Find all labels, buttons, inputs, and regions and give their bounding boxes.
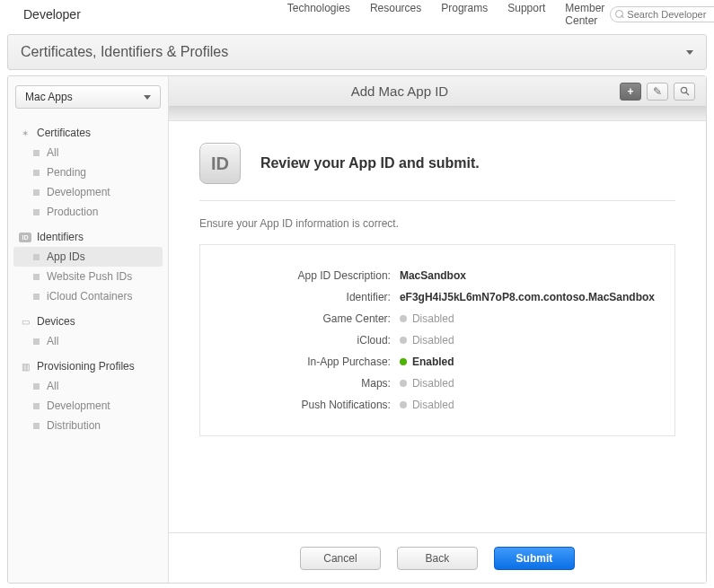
- bullet-icon: [33, 274, 40, 280]
- search-input[interactable]: [610, 6, 714, 22]
- sidebar-item-label: Development: [47, 186, 110, 198]
- bullet-icon: [33, 423, 40, 429]
- bullet-icon: [33, 338, 40, 345]
- sidebar-heading-label: Identifiers: [37, 231, 84, 243]
- sidebar-item-label: All: [47, 146, 58, 159]
- sidebar-item-label: All: [47, 380, 58, 392]
- sidebar-item-app-ids[interactable]: App IDs: [13, 247, 163, 267]
- sidebar-heading-label: Certificates: [37, 127, 91, 139]
- sidebar-section-devices: ▭ Devices All: [13, 312, 163, 351]
- review-heading-row: ID Review your App ID and submit.: [199, 143, 675, 184]
- sidebar-heading-identifiers[interactable]: ID Identifiers: [13, 227, 163, 247]
- sidebar-item-label: Website Push IDs: [47, 270, 132, 283]
- sidebar-item-cert-production[interactable]: Production: [13, 202, 163, 222]
- breadcrumb-bar: Certificates, Identifiers & Profiles: [7, 34, 707, 70]
- sidebar-item-cert-development[interactable]: Development: [13, 182, 163, 202]
- sidebar-item-profiles-distribution[interactable]: Distribution: [13, 416, 163, 435]
- bullet-icon: [33, 209, 40, 215]
- sidebar-item-cert-all[interactable]: All: [13, 143, 163, 162]
- certificate-icon: ✶: [19, 127, 31, 139]
- sidebar-item-profiles-development[interactable]: Development: [13, 396, 163, 416]
- platform-select[interactable]: Mac Apps: [15, 85, 161, 109]
- sidebar-item-label: All: [47, 335, 58, 347]
- info-label: iCloud:: [220, 334, 400, 347]
- id-icon: ID: [19, 233, 31, 242]
- nav-support[interactable]: Support: [507, 2, 545, 27]
- status-text: Disabled: [412, 377, 454, 390]
- info-value-push: Disabled: [400, 399, 454, 411]
- sidebar-section-profiles: ▥ Provisioning Profiles All Development …: [13, 356, 163, 435]
- sidebar-item-label: Production: [47, 206, 98, 218]
- status-text: Disabled: [412, 334, 454, 347]
- info-row-push: Push Notifications: Disabled: [220, 394, 655, 416]
- nav-technologies[interactable]: Technologies: [287, 2, 350, 27]
- id-badge-icon: ID: [199, 143, 241, 184]
- sidebar-heading-devices[interactable]: ▭ Devices: [13, 312, 163, 331]
- svg-line-1: [686, 92, 689, 95]
- bullet-icon: [33, 170, 40, 176]
- header-buttons: + ✎: [620, 83, 695, 101]
- nav-member-center[interactable]: Member Center: [565, 2, 604, 27]
- content-header-title: Add Mac App ID: [180, 83, 620, 99]
- sidebar-item-website-push-ids[interactable]: Website Push IDs: [13, 267, 163, 286]
- sidebar-item-label: Development: [47, 399, 110, 412]
- edit-button[interactable]: ✎: [647, 83, 668, 101]
- info-value-iap: Enabled: [400, 355, 454, 368]
- status-dot-icon: [400, 337, 407, 344]
- svg-point-0: [681, 87, 686, 92]
- nav-resources[interactable]: Resources: [370, 2, 421, 27]
- breadcrumb-caret-icon[interactable]: [686, 50, 693, 55]
- magnifier-icon: [680, 86, 690, 96]
- submit-button[interactable]: Submit: [494, 547, 575, 570]
- sidebar-heading-profiles[interactable]: ▥ Provisioning Profiles: [13, 356, 163, 376]
- info-label: App ID Description:: [220, 269, 400, 282]
- sidebar: Mac Apps ✶ Certificates All Pending Deve…: [8, 76, 169, 583]
- brand-label: Developer: [23, 7, 81, 22]
- info-value-identifier: eF3gH4iJ5kL6mN7oP8.com.contoso.MacSandbo…: [400, 291, 655, 303]
- status-dot-icon: [400, 401, 407, 408]
- divider: [199, 200, 675, 201]
- add-button[interactable]: +: [620, 83, 641, 101]
- sidebar-item-profiles-all[interactable]: All: [13, 376, 163, 396]
- sidebar-item-devices-all[interactable]: All: [13, 331, 163, 351]
- ensure-text: Ensure your App ID information is correc…: [199, 217, 675, 230]
- sidebar-item-label: iCloud Containers: [47, 290, 132, 303]
- info-row-maps: Maps: Disabled: [220, 373, 655, 394]
- info-row-icloud: iCloud: Disabled: [220, 329, 655, 351]
- search-button[interactable]: [674, 83, 695, 101]
- content-header: Add Mac App ID + ✎: [169, 76, 706, 107]
- footer: Cancel Back Submit: [169, 532, 706, 583]
- sidebar-item-label: Pending: [47, 166, 86, 179]
- platform-select-label: Mac Apps: [25, 91, 73, 103]
- content: Add Mac App ID + ✎ ID Review your App ID…: [169, 76, 706, 583]
- sidebar-heading-certificates[interactable]: ✶ Certificates: [13, 123, 163, 143]
- bullet-icon: [33, 150, 40, 156]
- sidebar-section-identifiers: ID Identifiers App IDs Website Push IDs …: [13, 227, 163, 306]
- sidebar-heading-label: Devices: [37, 315, 75, 328]
- nav-links: Technologies Resources Programs Support …: [287, 2, 604, 27]
- sidebar-item-cert-pending[interactable]: Pending: [13, 162, 163, 182]
- nav-programs[interactable]: Programs: [441, 2, 488, 27]
- info-label: Maps:: [220, 377, 400, 390]
- sidebar-item-icloud-containers[interactable]: iCloud Containers: [13, 286, 163, 306]
- main-split: Mac Apps ✶ Certificates All Pending Deve…: [7, 75, 707, 584]
- status-text: Disabled: [412, 312, 454, 325]
- sidebar-heading-label: Provisioning Profiles: [37, 360, 135, 373]
- profile-icon: ▥: [19, 360, 31, 373]
- status-dot-icon: [400, 380, 407, 387]
- sidebar-item-label: App IDs: [47, 250, 85, 263]
- chevron-down-icon: [144, 95, 151, 100]
- back-button[interactable]: Back: [397, 547, 478, 570]
- info-row-iap: In-App Purchase: Enabled: [220, 351, 655, 373]
- sidebar-item-label: Distribution: [47, 419, 101, 432]
- bullet-icon: [33, 254, 40, 260]
- info-value-description: MacSandbox: [400, 269, 466, 282]
- cancel-button[interactable]: Cancel: [300, 547, 381, 570]
- status-text: Disabled: [412, 399, 454, 411]
- content-body: ID Review your App ID and submit. Ensure…: [169, 121, 706, 532]
- info-value-maps: Disabled: [400, 377, 454, 390]
- info-label: Push Notifications:: [220, 399, 400, 411]
- device-icon: ▭: [19, 315, 31, 328]
- info-label: Game Center:: [220, 312, 400, 325]
- status-text: Enabled: [412, 355, 454, 368]
